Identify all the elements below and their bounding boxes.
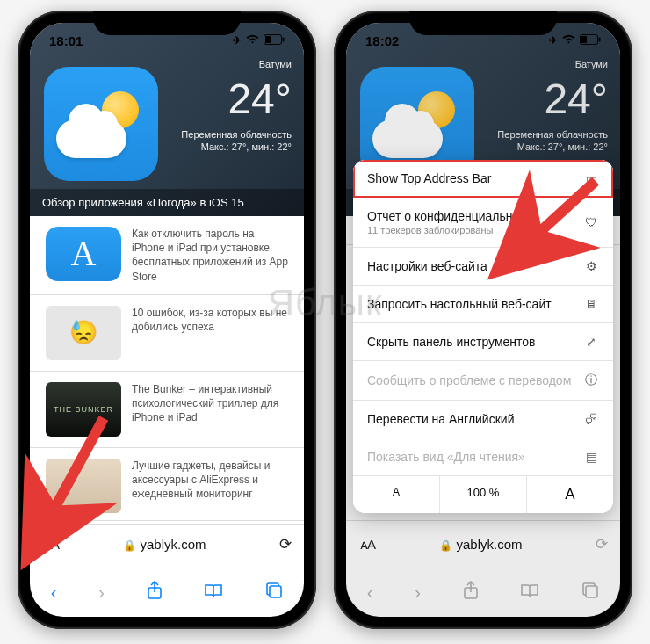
hero-weather-text: Батуми 24° Переменная облачность Макс.: …: [181, 58, 292, 154]
thumb-mistakes: 😓: [46, 306, 121, 360]
bookmarks-icon[interactable]: [204, 582, 223, 603]
share-icon[interactable]: [147, 581, 162, 604]
hero-range: Макс.: 27°, мин.: 22°: [181, 141, 292, 154]
appstore-icon: A: [46, 227, 121, 281]
article-text: 10 ошибок, из-за которых вы не добились …: [132, 306, 288, 360]
battery-icon: [580, 34, 601, 47]
notch: [409, 11, 557, 35]
wifi-icon: [246, 34, 259, 47]
status-time: 18:01: [49, 33, 83, 48]
menu-label: Настройки веб-сайта: [367, 259, 488, 273]
menu-zoom-row: A 100 % A: [353, 476, 613, 513]
notch: [93, 11, 241, 35]
svg-rect-8: [581, 36, 587, 43]
menu-label: Сообщить о проблеме с переводом: [367, 373, 571, 387]
svg-line-11: [534, 181, 596, 237]
status-time: 18:02: [365, 33, 399, 48]
article-text: Как отключить пароль на iPhone и iPad пр…: [132, 227, 288, 284]
svg-rect-7: [599, 37, 601, 41]
tabs-icon[interactable]: [265, 582, 283, 604]
zoom-in-button[interactable]: A: [527, 476, 613, 513]
safari-toolbar: ‹ ›: [30, 568, 304, 617]
info-icon: ⓘ: [583, 373, 599, 388]
translate-icon: 🗪: [583, 412, 599, 426]
airplane-icon: ✈: [233, 34, 242, 47]
menu-report-translation: Сообщить о проблеме с переводом ⓘ: [353, 361, 613, 401]
expand-icon: ⤢: [583, 335, 599, 349]
back-icon[interactable]: ‹: [51, 582, 57, 603]
hero-caption: Обзор приложения «Погода» в iOS 15: [30, 189, 304, 216]
menu-hide-toolbar[interactable]: Скрыть панель инструментов ⤢: [353, 323, 613, 361]
desktop-icon: 🖥: [583, 297, 599, 311]
status-icons: ✈: [549, 34, 601, 47]
airplane-icon: ✈: [549, 34, 558, 47]
phone-left: 18:01 ✈ Батуми 24°: [18, 11, 316, 629]
svg-rect-2: [265, 36, 271, 43]
article-text: Лучшие гаджеты, девайсы и аксессуары с A…: [132, 459, 288, 513]
address-domain: yablyk.com: [140, 537, 206, 552]
menu-request-desktop[interactable]: Запросить настольный веб-сайт 🖥: [353, 286, 613, 323]
article-text: The Bunker – интерактивный психологическ…: [132, 382, 288, 437]
zoom-out-button[interactable]: A: [353, 476, 439, 513]
list-item[interactable]: A Как отключить пароль на iPhone и iPad …: [30, 216, 304, 295]
reload-icon[interactable]: ⟳: [279, 535, 292, 554]
reader-icon: ▤: [583, 450, 599, 464]
forward-icon[interactable]: ›: [98, 582, 105, 603]
menu-reader-view: Показать вид «Для чтения» ▤: [353, 438, 613, 476]
lock-icon: 🔒: [123, 539, 136, 552]
arrow-annotation: [12, 413, 118, 548]
zoom-level[interactable]: 100 %: [439, 476, 527, 513]
phone-right: 18:02 ✈ Батуми 24°: [334, 11, 632, 629]
wifi-icon: [562, 34, 575, 47]
menu-label: Показать вид «Для чтения»: [367, 450, 525, 464]
svg-rect-4: [270, 586, 281, 597]
arrow-annotation: [501, 176, 606, 267]
menu-translate[interactable]: Перевести на Английский 🗪: [353, 401, 613, 438]
hero-cond: Переменная облачность: [181, 128, 292, 141]
menu-label: Запросить настольный веб-сайт: [367, 297, 552, 311]
svg-rect-1: [283, 37, 285, 41]
menu-label: Show Top Address Bar: [367, 171, 491, 185]
menu-label: Скрыть панель инструментов: [367, 335, 536, 349]
battery-icon: [264, 34, 285, 47]
menu-label: Перевести на Английский: [367, 412, 514, 426]
weather-app-icon: [44, 67, 158, 181]
svg-line-5: [51, 418, 104, 515]
status-icons: ✈: [233, 34, 285, 47]
list-item[interactable]: 😓 10 ошибок, из-за которых вы не добилис…: [30, 295, 304, 372]
hero-city: Батуми: [181, 58, 292, 71]
hero-temp: 24°: [181, 71, 292, 128]
cloud-icon: [56, 119, 126, 158]
screen-right: 18:02 ✈ Батуми 24°: [346, 23, 620, 617]
